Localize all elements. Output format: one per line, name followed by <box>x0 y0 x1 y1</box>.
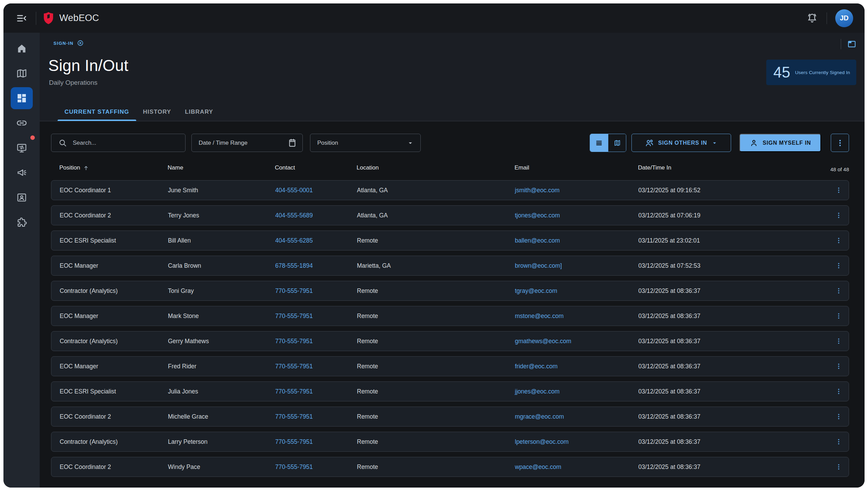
sidebar-item-incidents[interactable] <box>3 135 40 160</box>
main-area: SIGN-IN Sign In/Out Daily Operations 45 <box>40 33 865 488</box>
table-row[interactable]: EOC Coordinator 2Michelle Grace770-555-7… <box>51 407 849 427</box>
row-menu-kebab-icon[interactable] <box>834 437 844 447</box>
row-datetime: 03/12/2025 at 08:36:37 <box>638 413 700 420</box>
sign-myself-in-button[interactable]: SIGN MYSELF IN <box>739 134 821 152</box>
column-header-position[interactable]: Position <box>59 164 89 171</box>
row-email-link[interactable]: gmathews@eoc.com <box>515 338 571 345</box>
row-menu-kebab-icon[interactable] <box>834 210 844 221</box>
table-row[interactable]: EOC Coordinator 2Terry Jones404-555-5689… <box>51 205 849 225</box>
row-contact-link[interactable]: 770-555-7951 <box>275 313 313 320</box>
board-tab-label: SIGN-IN <box>53 41 73 46</box>
row-contact-link[interactable]: 770-555-7951 <box>275 287 313 295</box>
sidebar-item-contacts[interactable] <box>3 185 40 210</box>
row-email-link[interactable]: lpeterson@eoc.com <box>515 438 569 446</box>
row-contact-link[interactable]: 770-555-7951 <box>275 413 313 420</box>
table-row[interactable]: EOC ManagerMark Stone770-555-7951Remotem… <box>51 306 849 326</box>
table-row[interactable]: EOC ESRI SpecialistJulia Jones770-555-79… <box>51 381 849 401</box>
row-contact-link[interactable]: 770-555-7951 <box>275 438 313 446</box>
sidebar-item-announcements[interactable] <box>3 160 40 185</box>
tab-bar: CURRENT STAFFING HISTORY LIBRARY <box>58 103 220 121</box>
list-view-toggle[interactable] <box>590 134 608 152</box>
table-row[interactable]: Contractor (Analytics)Toni Gray770-555-7… <box>51 281 849 301</box>
table-row[interactable]: EOC Coordinator 1June Smith404-555-0001A… <box>51 180 849 200</box>
row-location: Remote <box>357 413 378 420</box>
date-time-range-field[interactable]: Date / Time Range <box>191 134 303 152</box>
sidebar-nav <box>3 33 40 488</box>
row-position: EOC Coordinator 1 <box>60 187 111 194</box>
table-row[interactable]: EOC ESRI SpecialistBill Allen404-555-628… <box>51 231 849 250</box>
search-input[interactable] <box>73 140 180 146</box>
table-row[interactable]: Contractor (Analytics)Larry Peterson770-… <box>51 432 849 452</box>
sidebar-item-boards[interactable] <box>3 86 40 111</box>
content-area: Date / Time Range Position <box>40 134 865 477</box>
row-contact-link[interactable]: 770-555-7951 <box>275 388 313 395</box>
sidebar-item-home[interactable] <box>3 36 40 61</box>
row-position: Contractor (Analytics) <box>60 338 118 345</box>
row-email-link[interactable]: frider@eoc.com <box>515 363 558 370</box>
row-email-link[interactable]: mstone@eoc.com <box>515 313 563 320</box>
table-row[interactable]: EOC Coordinator 2Windy Pace770-555-7951R… <box>51 457 849 477</box>
tab-current-staffing[interactable]: CURRENT STAFFING <box>58 103 136 121</box>
column-header-location[interactable]: Location <box>357 164 379 171</box>
column-header-name[interactable]: Name <box>168 164 183 171</box>
row-location: Remote <box>357 363 378 370</box>
row-contact-link[interactable]: 404-555-5689 <box>275 212 313 219</box>
page-title: Sign In/Out <box>48 56 865 75</box>
row-menu-kebab-icon[interactable] <box>834 462 844 472</box>
column-header-email[interactable]: Email <box>515 164 529 171</box>
notifications-bell-icon[interactable] <box>806 12 818 24</box>
row-email-link[interactable]: jsmith@eoc.com <box>515 187 560 194</box>
toolbar-kebab-menu[interactable] <box>831 134 849 152</box>
user-avatar[interactable]: JD <box>835 9 853 27</box>
row-name: Toni Gray <box>168 287 194 295</box>
position-filter-select[interactable]: Position <box>310 134 421 152</box>
row-menu-kebab-icon[interactable] <box>834 260 844 271</box>
row-email-link[interactable]: brown@eoc.com] <box>515 262 562 269</box>
row-menu-kebab-icon[interactable] <box>834 311 844 321</box>
table-row[interactable]: EOC ManagerCarla Brown678-555-1894Mariet… <box>51 256 849 276</box>
table-row[interactable]: Contractor (Analytics)Gerry Mathews770-5… <box>51 331 849 351</box>
row-email-link[interactable]: wpace@eoc.com <box>515 463 561 471</box>
row-email-link[interactable]: mgrace@eoc.com <box>515 413 564 420</box>
sidebar-item-maps[interactable] <box>3 61 40 86</box>
row-contact-link[interactable]: 404-555-0001 <box>275 187 313 194</box>
row-contact-link[interactable]: 404-555-6285 <box>275 237 313 244</box>
popout-window-icon[interactable] <box>847 40 856 49</box>
row-email-link[interactable]: tgray@eoc.com <box>515 287 557 295</box>
row-contact-link[interactable]: 770-555-7951 <box>275 338 313 345</box>
row-contact-link[interactable]: 770-555-7951 <box>275 363 313 370</box>
sign-others-in-button[interactable]: SIGN OTHERS IN <box>631 134 731 152</box>
column-header-contact[interactable]: Contact <box>275 164 295 171</box>
map-icon <box>11 62 33 84</box>
tab-history[interactable]: HISTORY <box>136 103 178 121</box>
row-menu-kebab-icon[interactable] <box>834 286 844 296</box>
row-contact-link[interactable]: 770-555-7951 <box>275 463 313 471</box>
map-view-toggle[interactable] <box>608 134 626 152</box>
table-header: Position Name Contact Location Email Dat… <box>51 164 849 176</box>
row-menu-kebab-icon[interactable] <box>834 386 844 397</box>
collapse-menu-icon[interactable] <box>16 12 28 24</box>
row-menu-kebab-icon[interactable] <box>834 336 844 346</box>
row-menu-kebab-icon[interactable] <box>834 361 844 371</box>
table-row[interactable]: EOC ManagerFred Rider770-555-7951Remotef… <box>51 356 849 376</box>
close-circle-icon[interactable] <box>77 40 84 47</box>
column-header-datetime[interactable]: Date/Time In <box>638 164 671 171</box>
topbar-divider <box>827 12 827 24</box>
row-menu-kebab-icon[interactable] <box>834 411 844 422</box>
row-contact-link[interactable]: 678-555-1894 <box>275 262 313 269</box>
tab-library[interactable]: LIBRARY <box>178 103 220 121</box>
row-email-link[interactable]: tjones@eoc.com <box>515 212 560 219</box>
row-datetime: 03/12/2025 at 08:36:37 <box>638 338 700 345</box>
row-menu-kebab-icon[interactable] <box>834 185 844 195</box>
row-location: Atlanta, GA <box>357 212 388 219</box>
home-icon <box>11 38 33 60</box>
row-menu-kebab-icon[interactable] <box>834 235 844 246</box>
row-email-link[interactable]: jjones@eoc.com <box>515 388 560 395</box>
sidebar-item-plugins[interactable] <box>3 210 40 235</box>
position-filter-label: Position <box>317 140 338 146</box>
row-email-link[interactable]: ballen@eoc.com <box>515 237 560 244</box>
sidebar-item-links[interactable] <box>3 111 40 135</box>
board-tab-sign-in[interactable]: SIGN-IN <box>53 40 84 47</box>
contact-badge-icon <box>11 186 33 208</box>
top-bar: WebEOC JD <box>3 3 865 33</box>
